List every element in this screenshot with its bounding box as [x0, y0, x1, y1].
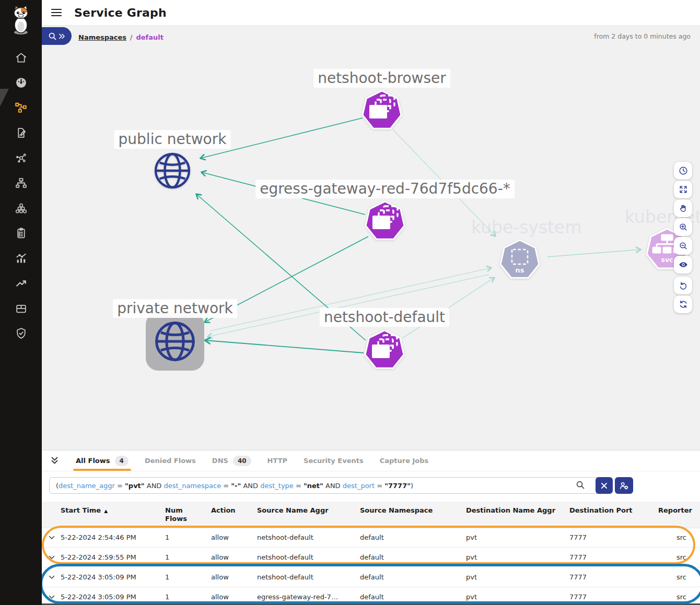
col-source-namespace[interactable]: Source Namespace [360, 502, 466, 515]
sidebar-item-service-graph[interactable] [0, 95, 42, 120]
menu-button[interactable] [51, 8, 62, 17]
table-row[interactable]: 5-22-2024 2:59:55 PM 1 allow netshoot-de… [42, 548, 700, 567]
sidebar-item-security[interactable] [0, 321, 42, 346]
tab-dns[interactable]: DNS 40 [212, 450, 251, 471]
sidebar-item-statistics[interactable] [0, 245, 42, 270]
sidebar-item-policies[interactable] [0, 120, 42, 145]
table-row[interactable]: 5-22-2024 2:54:46 PM 1 allow netshoot-de… [42, 528, 700, 548]
sidebar-item-network-topology[interactable] [0, 170, 42, 195]
close-icon [601, 482, 608, 489]
honeycomb-icon [15, 201, 28, 215]
node-public-network[interactable] [153, 151, 192, 191]
sidebar-item-dashboard[interactable] [0, 70, 42, 95]
tab-all-flows[interactable]: All Flows 4 [76, 450, 129, 471]
tab-capture-jobs[interactable]: Capture Jobs [380, 450, 429, 471]
trend-arrow-icon [15, 277, 28, 290]
cell-source-namespace: default [360, 573, 466, 581]
tab-denied-flows[interactable]: Denied Flows [145, 450, 196, 471]
sidebar-item-compliance[interactable] [0, 220, 42, 245]
cell-source-namespace: default [360, 553, 466, 561]
node-netshoot-browser[interactable] [361, 89, 403, 131]
refresh-icon [678, 299, 689, 310]
sidebar-item-connections[interactable] [0, 145, 42, 170]
tab-label: HTTP [267, 457, 287, 465]
filter-field: dest_namespace [164, 482, 221, 490]
sidebar-item-cluster[interactable] [0, 195, 42, 220]
tab-http[interactable]: HTTP [267, 450, 287, 471]
col-destination-name-aggr[interactable]: Destination Name Aggr [466, 502, 569, 515]
sidebar-item-home[interactable] [0, 45, 42, 70]
expand-row-button[interactable] [42, 536, 61, 540]
sidebar-item-trends[interactable] [0, 270, 42, 295]
filter-search-button[interactable] [576, 480, 585, 492]
fit-screen-button[interactable] [674, 181, 692, 198]
filter-field: dest_name_aggr [59, 482, 115, 490]
gauge-icon [15, 76, 28, 89]
zoom-out-button[interactable] [674, 237, 692, 255]
zoom-in-button[interactable] [674, 218, 692, 236]
filter-logic: AND [241, 482, 260, 490]
cell-action: allow [211, 533, 257, 541]
zoom-out-icon [678, 241, 689, 251]
visibility-button[interactable] [674, 256, 692, 274]
cell-destination-port: 7777 [569, 593, 658, 601]
expand-row-button[interactable] [42, 595, 61, 599]
cell-action: allow [211, 593, 257, 601]
clear-filter-button[interactable] [596, 477, 613, 494]
table-row[interactable]: 5-22-2024 3:05:09 PM 1 allow egress-gate… [42, 587, 700, 605]
flows-tabbar: All Flows 4 Denied Flows DNS 40 HTTP Sec… [42, 450, 700, 471]
filter-paren: ) [411, 482, 413, 490]
tab-label: Capture Jobs [380, 457, 429, 465]
hand-icon [678, 203, 689, 213]
col-start-time[interactable]: Start Time▲ [61, 502, 165, 515]
col-destination-port[interactable]: Destination Port [569, 502, 658, 515]
cell-action: allow [211, 573, 257, 581]
cell-source-name: netshoot-default [257, 553, 360, 561]
node-egress-gateway[interactable] [364, 200, 406, 242]
col-reporter[interactable]: Reporter [658, 502, 700, 515]
tab-security-events[interactable]: Security Events [304, 450, 364, 471]
active-tab-underline [73, 469, 131, 471]
cell-destination-name: pvt [466, 553, 569, 561]
node-kube-system-namespace[interactable]: ns [499, 239, 541, 280]
col-source-name-aggr[interactable]: Source Name Aggr [257, 502, 360, 515]
cell-start-time: 5-22-2024 3:05:09 PM [61, 593, 165, 601]
time-settings-button[interactable] [674, 162, 692, 180]
col-num-flows[interactable]: Num Flows [165, 502, 211, 524]
breadcrumb: Namespaces / default [78, 33, 164, 41]
cell-source-namespace: default [360, 533, 466, 541]
expand-row-button[interactable] [42, 575, 61, 579]
filter-operator: = [375, 482, 384, 490]
flows-panel: All Flows 4 Denied Flows DNS 40 HTTP Sec… [42, 450, 700, 605]
filter-operator: = [115, 482, 125, 490]
filter-query-input[interactable]: (dest_name_aggr = "pvt" AND dest_namespa… [49, 477, 603, 494]
calico-cat-logo[interactable] [9, 5, 32, 35]
shield-check-icon [15, 327, 28, 340]
cell-num-flows: 1 [165, 533, 211, 541]
sidebar-item-storage[interactable] [0, 295, 42, 321]
cell-source-namespace: default [360, 593, 466, 601]
chevron-down-icon [49, 536, 55, 540]
pan-button[interactable] [674, 199, 692, 217]
filter-operator: = [221, 482, 231, 490]
node-private-network[interactable] [146, 312, 204, 371]
service-graph-canvas[interactable]: kube-system kubernetes [42, 25, 700, 450]
cell-destination-name: pvt [466, 593, 569, 601]
refresh-button[interactable] [674, 295, 692, 313]
user-settings-button[interactable] [615, 477, 633, 494]
filter-logic: AND [323, 482, 343, 490]
breadcrumb-namespaces-link[interactable]: Namespaces [78, 33, 126, 41]
clipboard-icon [15, 227, 28, 240]
cell-action: allow [211, 553, 257, 561]
table-row[interactable]: 5-22-2024 3:05:09 PM 1 allow netshoot-de… [42, 567, 700, 587]
home-icon [15, 51, 28, 64]
collapse-panel-button[interactable] [50, 456, 60, 465]
col-action[interactable]: Action [211, 502, 257, 515]
search-expand-button[interactable] [42, 27, 72, 45]
node-netshoot-default[interactable] [364, 329, 405, 371]
flows-table-header: Start Time▲ Num Flows Action Source Name… [42, 502, 700, 528]
expand-row-button[interactable] [42, 555, 61, 560]
undo-button[interactable] [674, 277, 692, 294]
cell-destination-name: pvt [466, 533, 569, 541]
topology-tree-icon [15, 176, 28, 189]
